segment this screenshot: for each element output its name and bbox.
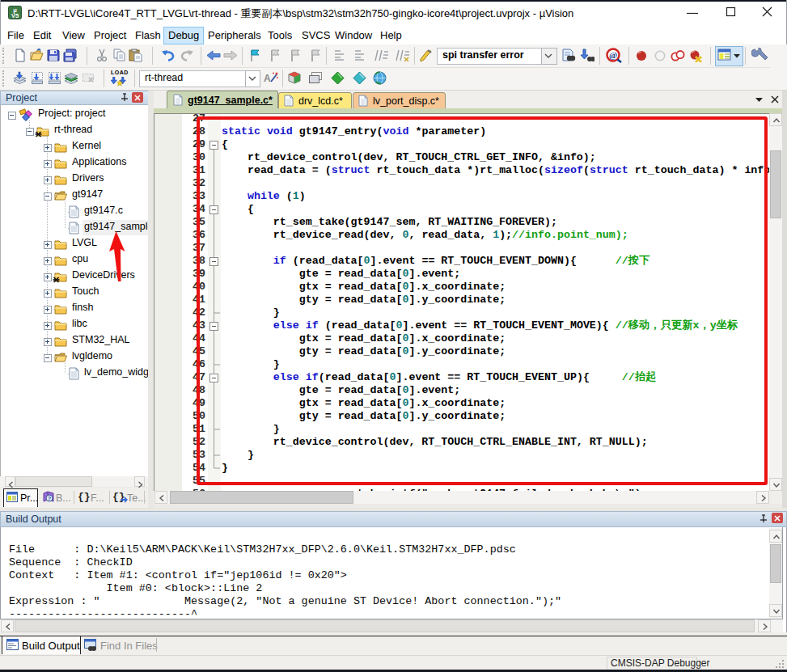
svg-text:V5: V5 (11, 12, 19, 19)
svg-text:A: A (264, 73, 271, 84)
svg-text:@: @ (609, 50, 617, 60)
svg-text:?: ? (48, 495, 52, 502)
